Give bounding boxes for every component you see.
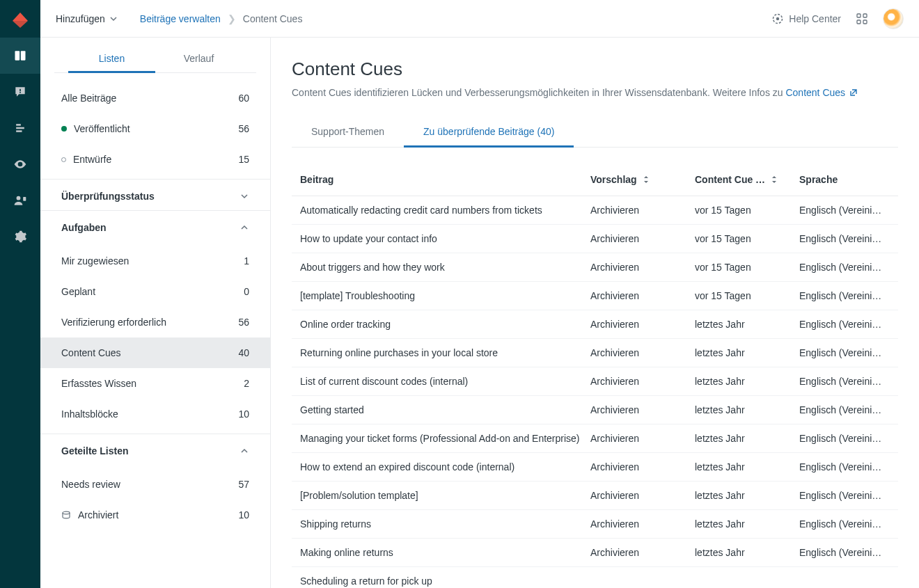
apps-switcher[interactable]: [856, 13, 867, 24]
cell-vorschlag: Archivieren: [590, 233, 695, 244]
breadcrumb-link[interactable]: Beiträge verwalten: [140, 13, 221, 24]
cell-beitrag: Shipping returns: [300, 518, 590, 530]
table-row[interactable]: Returning online purchases in your local…: [292, 339, 898, 367]
sidebar-item-verif[interactable]: Verifizierung erforderlich 56: [40, 307, 270, 337]
page-description: Content Cues identifizieren Lücken und V…: [292, 87, 898, 98]
help-center-link[interactable]: Help Center: [772, 13, 841, 24]
cell-vorschlag: Archivieren: [590, 347, 695, 358]
cell-beitrag: About triggers and how they work: [300, 262, 590, 273]
sidebar-section-geteilte[interactable]: Geteilte Listen: [40, 434, 270, 465]
sidebar-item-label: Content Cues: [61, 347, 121, 358]
table-body: Automatically redacting credit card numb…: [292, 196, 898, 588]
table-row[interactable]: Making online returnsArchivierenletztes …: [292, 539, 898, 567]
cell-vorschlag: Archivieren: [590, 547, 695, 558]
rail-item-articles[interactable]: [0, 38, 40, 74]
svg-rect-6: [16, 124, 21, 126]
table-row[interactable]: How to extend an expired discount code (…: [292, 453, 898, 482]
table-row[interactable]: How to update your contact infoArchivier…: [292, 225, 898, 253]
rail-item-views[interactable]: [0, 146, 40, 182]
sidebar-tab-listen[interactable]: Listen: [68, 46, 155, 73]
section-label: Aufgaben: [61, 222, 107, 233]
cell-vorschlag: Archivieren: [590, 319, 695, 330]
svg-rect-7: [16, 127, 24, 129]
sidebar-item-erfasst[interactable]: Erfasstes Wissen 2: [40, 368, 270, 399]
sidebar-item-label: Veröffentlicht: [74, 123, 130, 134]
svg-rect-15: [857, 20, 861, 24]
table-row[interactable]: List of current discount codes (internal…: [292, 367, 898, 396]
table-row[interactable]: [Problem/solution template]Archivierenle…: [292, 482, 898, 510]
sidebar-item-inhalt[interactable]: Inhaltsblöcke 10: [40, 399, 270, 429]
table-row[interactable]: Online order trackingArchivierenletztes …: [292, 310, 898, 339]
cell-cue: vor 15 Tagen: [695, 205, 799, 216]
cell-sprache: Englisch (Vereini…: [799, 518, 890, 530]
svg-rect-13: [857, 14, 861, 17]
cell-cue: letztes Jahr: [695, 518, 799, 530]
sidebar-item-entwuerfe[interactable]: Entwürfe 15: [40, 144, 270, 175]
sidebar-section-ueberpruefung[interactable]: Überprüfungsstatus: [40, 179, 270, 210]
svg-marker-0: [13, 13, 28, 21]
rail-item-settings[interactable]: [0, 218, 40, 255]
cell-sprache: Englisch (Vereini…: [799, 347, 890, 358]
cell-beitrag: How to update your contact info: [300, 233, 590, 244]
sidebar-item-archiviert[interactable]: Archiviert 10: [40, 500, 270, 530]
cell-sprache: Englisch (Vereini…: [799, 490, 890, 501]
add-dropdown[interactable]: Hinzufügen: [56, 13, 118, 24]
col-label: Content Cue …: [695, 174, 765, 185]
tab-support[interactable]: Support-Themen: [292, 118, 404, 147]
sidebar-item-needs-review[interactable]: Needs review 57: [40, 469, 270, 500]
status-dot-draft: [61, 157, 66, 162]
table-row[interactable]: Shipping returnsArchivierenletztes JahrE…: [292, 510, 898, 539]
col-vorschlag[interactable]: Vorschlag: [590, 174, 695, 185]
table-row[interactable]: Managing your ticket forms (Professional…: [292, 424, 898, 453]
cell-sprache: Englisch (Vereini…: [799, 404, 890, 415]
table-row[interactable]: About triggers and how they workArchivie…: [292, 253, 898, 282]
cell-beitrag: Online order tracking: [300, 319, 590, 330]
sidebar-item-label: Entwürfe: [73, 154, 111, 165]
sidebar-item-mir[interactable]: Mir zugewiesen 1: [40, 246, 270, 276]
avatar[interactable]: [883, 8, 904, 29]
col-cue[interactable]: Content Cue …: [695, 174, 799, 185]
rail-item-people[interactable]: [0, 182, 40, 218]
cell-vorschlag: Archivieren: [590, 404, 695, 415]
table-row[interactable]: Scheduling a return for pick up: [292, 567, 898, 588]
cell-sprache: Englisch (Vereini…: [799, 290, 890, 301]
cell-beitrag: How to extend an expired discount code (…: [300, 461, 590, 472]
cell-vorschlag: Archivieren: [590, 433, 695, 444]
table-row[interactable]: Automatically redacting credit card numb…: [292, 196, 898, 225]
sidebar-item-count: 15: [238, 154, 249, 165]
cell-cue: letztes Jahr: [695, 490, 799, 501]
cell-sprache: Englisch (Vereini…: [799, 205, 890, 216]
sidebar-item-geplant[interactable]: Geplant 0: [40, 276, 270, 307]
cell-cue: letztes Jahr: [695, 376, 799, 387]
rail-item-arrange[interactable]: [0, 110, 40, 146]
svg-marker-1: [13, 21, 28, 28]
sidebar-item-count: 0: [244, 286, 249, 297]
col-sprache[interactable]: Sprache: [799, 174, 890, 185]
cell-beitrag: Making online returns: [300, 547, 590, 558]
sidebar-item-count: 10: [238, 509, 249, 521]
sort-icon: [643, 175, 650, 184]
cell-sprache: Englisch (Vereini…: [799, 461, 890, 472]
cell-beitrag: List of current discount codes (internal…: [300, 376, 590, 387]
cell-cue: vor 15 Tagen: [695, 262, 799, 273]
table-row[interactable]: [template] TroubleshootingArchivierenvor…: [292, 282, 898, 310]
sidebar-section-aufgaben[interactable]: Aufgaben: [40, 210, 270, 241]
rail-item-feedback[interactable]: [0, 74, 40, 110]
sidebar-item-count: 56: [238, 123, 249, 134]
svg-rect-10: [23, 197, 26, 201]
help-center-icon: [772, 13, 783, 24]
sidebar-item-alle[interactable]: Alle Beiträge 60: [40, 77, 270, 113]
table-row[interactable]: Getting startedArchivierenletztes JahrEn…: [292, 396, 898, 424]
sidebar-item-cues[interactable]: Content Cues 40: [40, 337, 270, 368]
sidebar-item-label: Alle Beiträge: [61, 93, 116, 104]
desc-link[interactable]: Content Cues: [785, 87, 858, 98]
product-logo[interactable]: [0, 0, 40, 38]
sidebar-tab-verlauf[interactable]: Verlauf: [155, 46, 242, 72]
external-link-icon: [849, 88, 858, 97]
svg-rect-2: [15, 51, 20, 60]
cell-cue: letztes Jahr: [695, 433, 799, 444]
cell-sprache: Englisch (Vereini…: [799, 433, 890, 444]
col-beitrag[interactable]: Beitrag: [300, 174, 590, 185]
sidebar-item-veroeffentlicht[interactable]: Veröffentlicht 56: [40, 113, 270, 144]
tab-review[interactable]: Zu überprüfende Beiträge (40): [404, 118, 574, 148]
